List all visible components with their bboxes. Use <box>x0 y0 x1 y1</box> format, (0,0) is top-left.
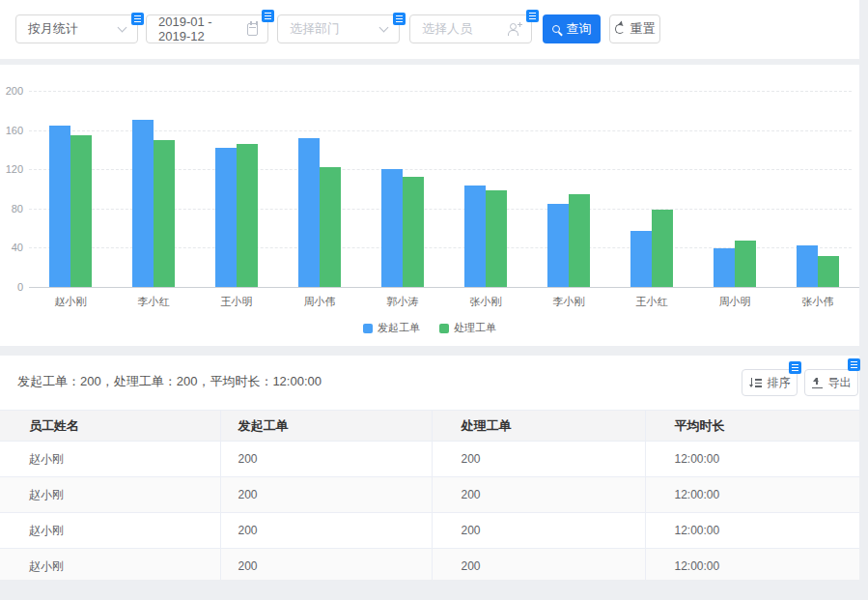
x-axis-label: 张小伟 <box>776 295 859 309</box>
column-header-processed: 处理工单 <box>432 411 645 442</box>
x-axis-label: 郭小涛 <box>361 295 444 309</box>
table-cell: 12:00:00 <box>645 549 859 581</box>
x-axis-label: 周小伟 <box>278 295 361 309</box>
refresh-icon <box>615 24 625 34</box>
bar-发起工单[interactable] <box>630 231 652 287</box>
x-axis-label: 王小明 <box>195 295 278 309</box>
x-axis-labels: 赵小刚李小红王小明周小伟郭小涛张小刚李小刚王小红周小明张小伟 <box>29 295 859 309</box>
bar-chart: 04080120160200赵小刚李小红王小明周小伟郭小涛张小刚李小刚王小红周小… <box>0 65 859 346</box>
y-axis-tick: 200 <box>0 85 23 97</box>
table-cell: 200 <box>220 442 432 477</box>
results-table: 员工姓名 发起工单 处理工单 平均时长 赵小刚20020012:00:00赵小刚… <box>0 410 859 580</box>
bar-处理工单[interactable] <box>70 135 92 287</box>
export-button[interactable]: 导出 <box>804 369 858 396</box>
table-cell: 200 <box>432 442 645 477</box>
legend-label: 处理工单 <box>454 321 496 335</box>
y-axis-tick: 160 <box>0 125 23 136</box>
chart-card: 04080120160200赵小刚李小红王小明周小伟郭小涛张小刚李小刚王小红周小… <box>0 65 859 346</box>
stat-type-select[interactable]: 按月统计 <box>15 14 138 43</box>
annotation-badge-icon[interactable] <box>526 10 539 22</box>
legend-item[interactable]: 处理工单 <box>439 321 496 335</box>
x-axis-label: 李小刚 <box>527 295 610 309</box>
summary-text: 发起工单：200，处理工单：200，平均时长：12:00:00 <box>17 373 322 390</box>
bar-发起工单[interactable] <box>215 148 237 287</box>
table-cell: 赵小刚 <box>0 442 220 477</box>
annotation-badge-icon[interactable] <box>131 13 144 25</box>
person-select[interactable]: 选择人员 <box>409 14 532 43</box>
x-axis-label: 张小刚 <box>444 295 527 309</box>
bar-group <box>527 194 610 287</box>
bar-处理工单[interactable] <box>818 256 839 287</box>
annotation-badge-icon[interactable] <box>848 358 860 371</box>
annotation-badge-icon[interactable] <box>789 361 801 374</box>
bar-group <box>444 186 527 287</box>
add-user-icon <box>507 23 521 36</box>
x-axis-label: 赵小刚 <box>29 295 112 309</box>
query-button[interactable]: 查询 <box>543 14 601 43</box>
table-row: 赵小刚20020012:00:00 <box>0 442 859 477</box>
table-cell: 200 <box>432 513 645 549</box>
bar-group <box>776 245 859 287</box>
annotation-badge-icon[interactable] <box>262 10 274 22</box>
bar-处理工单[interactable] <box>652 210 673 287</box>
bar-发起工单[interactable] <box>797 245 818 287</box>
bar-group <box>29 126 112 287</box>
bar-处理工单[interactable] <box>237 144 258 287</box>
bar-处理工单[interactable] <box>569 194 590 287</box>
bar-发起工单[interactable] <box>132 120 154 287</box>
department-select[interactable]: 选择部门 <box>277 14 400 43</box>
bar-发起工单[interactable] <box>298 138 320 287</box>
table-cell: 200 <box>220 549 432 581</box>
table-cell: 200 <box>432 549 645 581</box>
table-row: 赵小刚20020012:00:00 <box>0 513 859 549</box>
chevron-down-icon <box>118 22 127 32</box>
department-placeholder: 选择部门 <box>290 20 340 38</box>
date-range-picker[interactable]: 2019-01 - 2019-12 <box>146 14 268 43</box>
bar-处理工单[interactable] <box>486 190 507 287</box>
table-cell: 200 <box>220 477 432 513</box>
reset-button-label: 重置 <box>630 20 656 38</box>
upload-icon <box>812 377 823 388</box>
export-button-label: 导出 <box>828 375 852 391</box>
legend-label: 发起工单 <box>378 321 420 335</box>
sort-button-label: 排序 <box>768 375 791 391</box>
table-cell: 赵小刚 <box>0 549 220 581</box>
y-axis-tick: 0 <box>0 281 23 293</box>
bar-发起工单[interactable] <box>381 169 403 287</box>
table-row: 赵小刚20020012:00:00 <box>0 549 859 581</box>
table-cell: 12:00:00 <box>645 477 859 513</box>
column-header-duration: 平均时长 <box>645 411 859 442</box>
table-header-row: 员工姓名 发起工单 处理工单 平均时长 <box>0 411 859 442</box>
stat-type-value: 按月统计 <box>28 20 78 38</box>
bar-处理工单[interactable] <box>735 241 756 287</box>
chevron-down-icon <box>379 22 389 32</box>
bar-处理工单[interactable] <box>154 140 175 287</box>
bar-发起工单[interactable] <box>547 204 569 287</box>
filter-toolbar: 按月统计 2019-01 - 2019-12 选择部门 选择人员 查询 重置 <box>15 14 660 43</box>
bar-发起工单[interactable] <box>714 248 735 287</box>
reset-button[interactable]: 重置 <box>609 14 660 43</box>
x-axis-label: 周小明 <box>693 295 776 309</box>
table-row: 赵小刚20020012:00:00 <box>0 477 859 513</box>
search-icon <box>552 25 560 33</box>
bar-group <box>693 241 776 287</box>
legend-item[interactable]: 发起工单 <box>363 321 420 335</box>
sort-icon <box>749 378 762 388</box>
date-range-value: 2019-01 - 2019-12 <box>158 14 247 43</box>
query-button-label: 查询 <box>567 20 592 38</box>
x-axis-label: 王小红 <box>610 295 693 309</box>
calendar-icon <box>247 23 258 36</box>
bar-group <box>361 169 444 287</box>
y-axis-tick: 120 <box>0 163 23 175</box>
column-header-initiated: 发起工单 <box>220 411 432 442</box>
bar-处理工单[interactable] <box>403 177 424 287</box>
annotation-badge-icon[interactable] <box>393 13 406 25</box>
bar-发起工单[interactable] <box>464 186 486 287</box>
person-placeholder: 选择人员 <box>422 20 472 38</box>
legend-swatch-icon <box>439 324 449 333</box>
bar-处理工单[interactable] <box>320 167 341 287</box>
bar-发起工单[interactable] <box>49 126 70 287</box>
y-axis-tick: 80 <box>0 203 23 214</box>
y-axis-tick: 40 <box>0 242 23 253</box>
legend-swatch-icon <box>363 324 373 333</box>
